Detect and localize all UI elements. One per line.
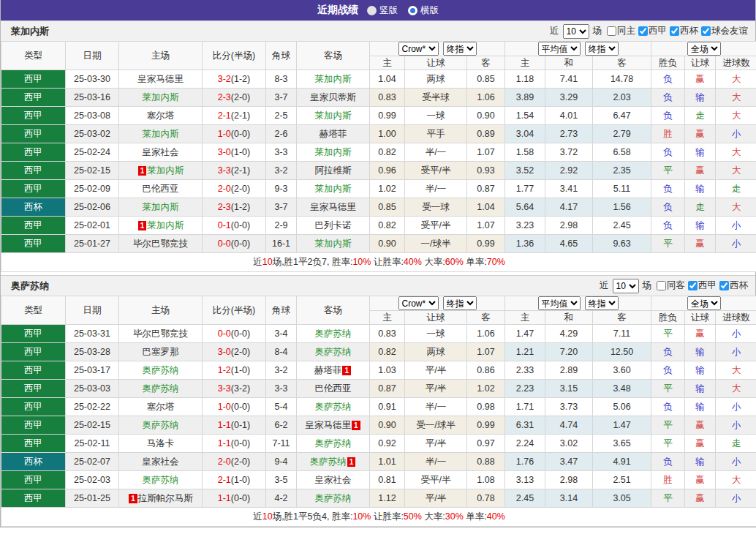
red-card-badge: 1 xyxy=(347,457,356,467)
crow-company-select[interactable]: Crow* xyxy=(398,296,439,310)
crow-home-odds-cell: 0.90 xyxy=(370,416,405,435)
avg-away-odds-cell: 3.48 xyxy=(593,380,651,398)
avg-away-odds-cell: 5.06 xyxy=(593,398,651,416)
filter-checkbox-球会友谊[interactable]: 球会友谊 xyxy=(701,25,748,37)
crow-handicap-cell: 受半球 xyxy=(405,89,467,107)
col-header-crow-away: 客 xyxy=(467,56,505,70)
average-select[interactable]: 平均值 xyxy=(538,42,581,56)
fulltime-select[interactable]: 全场 xyxy=(687,42,721,56)
avg-away-odds-cell: 6.47 xyxy=(593,107,651,125)
halftime-score: (3-2) xyxy=(231,383,250,394)
crow-away-odds-cell: 0.87 xyxy=(467,180,505,198)
match-type-cell: 西甲 xyxy=(1,180,66,198)
table-row: 西杯25-02-07皇家社会2-0(2-0)9-4奥萨苏纳11.01半/一0.8… xyxy=(1,453,756,471)
result-outcome-cell: 负 xyxy=(651,198,685,217)
match-date-cell: 25-01-25 xyxy=(66,489,119,508)
fulltime-select[interactable]: 全场 xyxy=(687,296,721,310)
radio-horizontal-layout[interactable]: 横版 xyxy=(408,4,439,17)
team-label: 巴伦西亚 xyxy=(315,383,352,394)
red-card-badge: 1 xyxy=(352,421,360,430)
filter-checkbox-西甲[interactable]: 西甲 xyxy=(688,279,717,292)
avg-home-odds-cell: 3.13 xyxy=(505,471,545,489)
match-date-cell: 25-02-24 xyxy=(66,143,119,162)
result-outcome-cell: 负 xyxy=(651,343,685,361)
matches-table: 类型 日期 主场 比分(半场) 角球 客场 Crow*终指 平均值终指 全场 xyxy=(1,41,756,272)
team-label: 皇家社会 xyxy=(143,147,179,157)
away-team-cell: 赫塔菲1 xyxy=(297,361,370,380)
average-select[interactable]: 平均值 xyxy=(538,296,581,310)
home-team-cell: 皇家社会 xyxy=(119,143,203,162)
checkbox-input[interactable] xyxy=(719,281,729,290)
checkbox-input[interactable] xyxy=(657,281,666,290)
avg-home-odds-cell: 2.24 xyxy=(505,435,545,453)
avg-draw-odds-cell: 7.20 xyxy=(545,343,593,361)
final-odds-select-2[interactable]: 终指 xyxy=(585,42,619,56)
filter-checkbox-西杯[interactable]: 西杯 xyxy=(670,25,698,37)
matches-table: 类型 日期 主场 比分(半场) 角球 客场 Crow*终指 平均值终指 全场 xyxy=(1,296,756,527)
away-team-cell: 莱加内斯 xyxy=(297,235,370,253)
checkbox-input[interactable] xyxy=(688,281,698,290)
result-handicap-cell: 赢 xyxy=(685,70,716,89)
home-team-cell: 皇家社会 xyxy=(119,453,203,471)
filter-checkbox-同客[interactable]: 同客 xyxy=(657,279,685,292)
crow-away-odds-cell: 1.08 xyxy=(467,471,505,489)
avg-draw-odds-cell: 2.98 xyxy=(545,217,593,235)
home-team-cell: 1莱加内斯 xyxy=(119,162,203,180)
result-goals-cell: 小 xyxy=(716,343,756,361)
col-header-outcome: 胜负 xyxy=(651,56,685,70)
team-label: 皇家贝蒂斯 xyxy=(310,92,356,102)
filter-checkbox-group: 同主西甲西杯球会友谊 xyxy=(604,25,748,38)
score-cell: 2-3(1-2) xyxy=(203,198,266,217)
crow-home-odds-cell: 0.83 xyxy=(370,325,405,343)
team-label: 莱加内斯 xyxy=(315,239,352,249)
radio-vertical-layout[interactable]: 竖版 xyxy=(367,4,398,17)
fulltime-score: 2-0 xyxy=(218,184,231,194)
avg-draw-odds-cell: 3.72 xyxy=(545,143,593,162)
crow-away-odds-cell: 1.06 xyxy=(467,89,505,107)
crow-home-odds-cell: 1.03 xyxy=(370,361,405,380)
checkbox-input[interactable] xyxy=(670,26,679,36)
recent-count-select[interactable]: 10 xyxy=(563,24,589,39)
filter-checkbox-同主[interactable]: 同主 xyxy=(607,25,635,37)
crow-away-odds-cell: 0.89 xyxy=(467,125,505,143)
recent-results-page: 近期战绩 竖版 横版 莱加内斯 近 10 场 同主西甲西杯球会友谊 xyxy=(0,0,756,527)
score-cell: 3-0(2-0) xyxy=(203,343,266,361)
crow-handicap-cell: 一球 xyxy=(405,107,467,125)
final-odds-select[interactable]: 终指 xyxy=(443,296,477,310)
away-team-cell: 巴列卡诺 xyxy=(297,217,370,235)
result-handicap-cell: 输 xyxy=(685,180,716,198)
checkbox-label: 西甲 xyxy=(698,279,717,292)
filter-checkbox-西杯[interactable]: 西杯 xyxy=(719,279,748,292)
result-goals-cell: 小 xyxy=(716,235,756,253)
crow-company-select[interactable]: Crow* xyxy=(398,42,439,56)
result-goals-cell: 大 xyxy=(716,162,756,180)
radio-icon xyxy=(408,6,417,15)
filter-checkbox-西甲[interactable]: 西甲 xyxy=(638,25,667,37)
team-label: 奥萨苏纳 xyxy=(143,475,179,485)
crow-away-odds-cell: 0.93 xyxy=(467,162,505,180)
match-date-cell: 25-02-06 xyxy=(66,198,119,217)
crow-group-header: Crow*终指 xyxy=(370,296,505,311)
final-odds-select-2[interactable]: 终指 xyxy=(585,296,619,310)
score-cell: 3-3(2-1) xyxy=(203,162,266,180)
checkbox-input[interactable] xyxy=(638,26,648,36)
radio-label: 竖版 xyxy=(379,4,398,17)
avg-draw-odds-cell: 4.74 xyxy=(545,416,593,435)
fulltime-score: 3-3 xyxy=(218,383,231,394)
fulltime-group-header: 全场 xyxy=(651,42,756,56)
checkbox-input[interactable] xyxy=(701,26,711,36)
score-cell: 1-1(0-0) xyxy=(203,435,266,453)
avg-away-odds-cell: 2.03 xyxy=(593,89,651,107)
home-team-cell: 奥萨苏纳 xyxy=(119,380,203,398)
match-date-cell: 25-03-30 xyxy=(66,70,119,89)
recent-count-select[interactable]: 10 xyxy=(613,279,639,293)
crow-away-odds-cell: 0.98 xyxy=(467,398,505,416)
away-team-cell: 皇家社会 xyxy=(297,471,370,489)
home-team-cell: 1拉斯帕尔马斯 xyxy=(119,489,203,508)
away-team-cell: 阿拉维斯 xyxy=(297,162,370,180)
final-odds-select[interactable]: 终指 xyxy=(443,42,477,56)
col-header-score: 比分(半场) xyxy=(203,296,266,325)
avg-home-odds-cell: 3.89 xyxy=(505,89,545,107)
checkbox-input[interactable] xyxy=(607,26,616,36)
away-team-cell: 奥萨苏纳 xyxy=(297,325,370,343)
